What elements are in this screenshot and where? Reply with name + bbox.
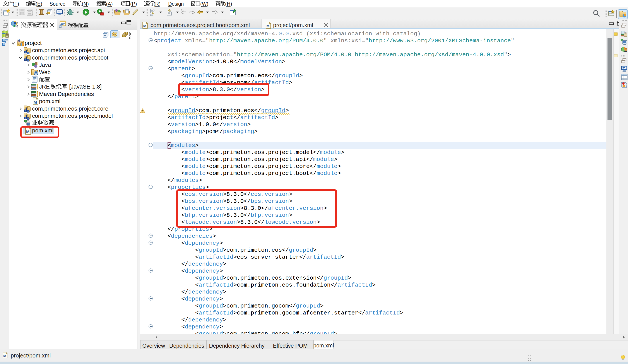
svg-text:M: M [143,24,146,28]
svg-text:M: M [34,100,37,104]
svg-text:M: M [267,24,270,28]
svg-text:J: J [37,61,38,66]
svg-text:M: M [3,354,6,358]
svg-text:M: M [17,39,20,42]
